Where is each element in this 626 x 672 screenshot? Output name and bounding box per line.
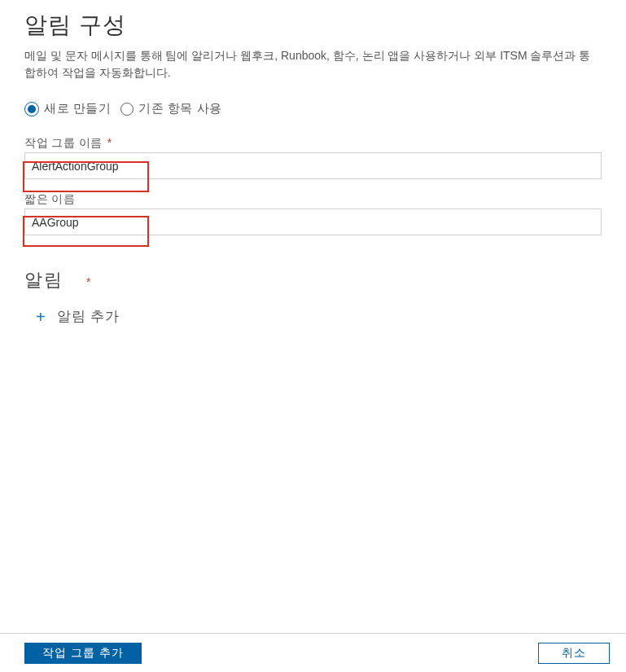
field-action-group-name: 작업 그룹 이름*: [24, 136, 602, 179]
radio-unselected-icon: [120, 103, 134, 116]
cancel-button[interactable]: 취소: [538, 643, 610, 664]
footer: 작업 그룹 추가 취소: [0, 633, 626, 672]
required-asterisk: *: [107, 136, 112, 149]
short-name-input[interactable]: [24, 209, 602, 235]
add-notification-button[interactable]: + 알림 추가: [24, 307, 602, 326]
radio-use-existing[interactable]: 기존 항목 사용: [120, 101, 221, 116]
field-short-name: 짧은 이름: [24, 192, 602, 235]
short-name-label: 짧은 이름: [24, 192, 602, 207]
radio-create-new[interactable]: 새로 만들기: [24, 101, 111, 116]
action-group-name-label-text: 작업 그룹 이름: [24, 136, 103, 149]
notifications-section-header: 알림 *: [24, 268, 602, 292]
radio-use-existing-label: 기존 항목 사용: [138, 101, 221, 116]
radio-group: 새로 만들기 기존 항목 사용: [24, 101, 602, 116]
action-group-name-input[interactable]: [24, 152, 602, 179]
add-action-group-button[interactable]: 작업 그룹 추가: [24, 643, 142, 664]
required-asterisk: *: [86, 275, 90, 288]
short-name-label-text: 짧은 이름: [24, 192, 75, 205]
radio-create-new-label: 새로 만들기: [44, 101, 111, 116]
add-notification-label: 알림 추가: [57, 307, 120, 326]
page-title: 알림 구성: [24, 10, 602, 41]
radio-selected-icon: [24, 102, 39, 116]
plus-icon: +: [36, 309, 46, 325]
configure-alerts-panel: 알림 구성 메일 및 문자 메시지를 통해 팀에 알리거나 웹후크, Runbo…: [0, 0, 626, 672]
notifications-title: 알림: [24, 268, 63, 292]
page-description: 메일 및 문자 메시지를 통해 팀에 알리거나 웹후크, Runbook, 함수…: [24, 47, 602, 81]
action-group-name-label: 작업 그룹 이름*: [24, 136, 602, 151]
